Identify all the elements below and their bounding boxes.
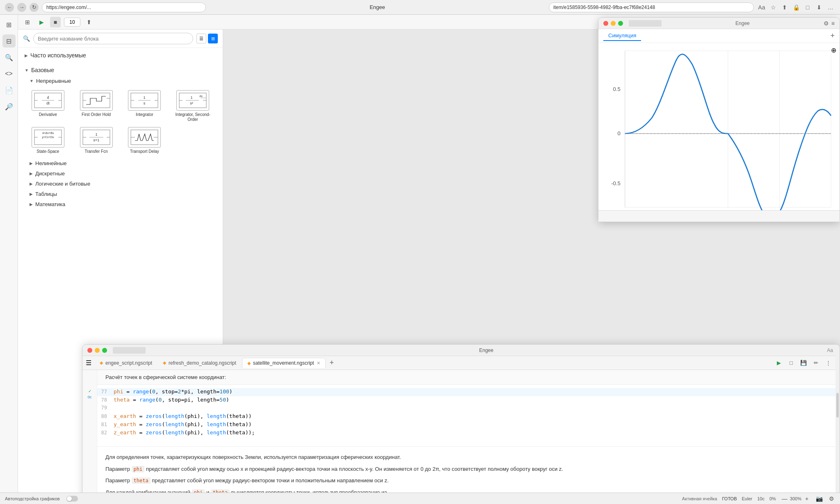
block-item-derivative[interactable]: d dt Derivative (26, 90, 70, 122)
export-button[interactable]: ⬆ (84, 17, 94, 27)
code-left-sidebar: ✓ 0c (82, 370, 97, 504)
subsection-header-nonlinear[interactable]: ▶ Нелинейные (18, 158, 223, 168)
code-font-size-icon[interactable]: Аа (827, 347, 833, 353)
code-title: Engee (148, 347, 824, 353)
sidebar-icon-zoom[interactable]: 🔎 (2, 100, 16, 113)
sim-minimize-button[interactable] (611, 21, 616, 26)
code-tab-label-3: satellite_movement.ngscript (253, 360, 314, 366)
simulation-window: Engee ⚙ ≡ Симуляция + ⊕ 0.5 0 -0.5 6 8 (598, 17, 840, 222)
block-item-firstorderhold[interactable]: First Order Hold (75, 90, 118, 122)
code-tab-placeholder (113, 347, 146, 354)
block-item-integrator[interactable]: 1 s Integrator (123, 90, 167, 122)
block-item-transferfcn[interactable]: 1 s+1 Transfer Fcn (75, 127, 118, 154)
url-bar-right[interactable] (549, 2, 754, 12)
screenshot-button[interactable]: 📷 (815, 495, 823, 502)
code-scrollbar[interactable] (835, 345, 840, 504)
code-stop-button[interactable]: □ (786, 358, 796, 368)
block-label-transferfcn: Transfer Fcn (84, 149, 107, 154)
code-maximize-button[interactable] (102, 348, 107, 353)
subsection-header-math[interactable]: ▶ Математика (18, 199, 223, 209)
block-item-integrator2[interactable]: 1 s² dx Integrator, Second-Order (171, 90, 215, 122)
svg-text:d: d (47, 95, 49, 100)
code-tab-engee-script[interactable]: ◆ engee_script.ngscript (95, 358, 157, 368)
code-tab-add-button[interactable]: + (326, 359, 338, 367)
extension-button[interactable]: 🔒 (792, 3, 801, 12)
autoadjust-toggle[interactable] (66, 496, 78, 502)
line-num-78: 78 (97, 397, 114, 403)
code-scrollbar-thumb[interactable] (836, 393, 839, 418)
reader-mode-button[interactable]: Аа (757, 3, 766, 12)
block-img-integrator2: 1 s² dx (176, 90, 209, 111)
nav-back-button[interactable]: ← (5, 3, 14, 12)
section-header-frequent[interactable]: ▶ Часто используемые (18, 50, 223, 61)
block-svg-integrator: 1 s (130, 92, 159, 109)
subsection-header-continuous[interactable]: ▼ Непрерывные (18, 76, 223, 86)
list-view-button[interactable]: ☰ (196, 34, 206, 43)
subsection-label-math: Математика (35, 201, 65, 207)
code-close-button[interactable] (87, 348, 92, 353)
settings-button[interactable]: ⚙ (828, 495, 835, 502)
nav-forward-button[interactable]: → (17, 3, 26, 12)
sim-zoom-button[interactable]: ⊕ (831, 46, 836, 54)
subsection-header-tables[interactable]: ▶ Таблицы (18, 189, 223, 199)
code-tab-refresh-demo[interactable]: ◆ refresh_demo_catalog.ngscript (158, 358, 241, 368)
code-save-button[interactable]: 💾 (799, 358, 808, 368)
zoom-in-button[interactable]: + (803, 495, 810, 502)
sim-title: Engee (664, 20, 821, 26)
code-tab-close-button[interactable]: ✕ (317, 361, 320, 366)
sidebar-icon-search[interactable]: 🔍 (2, 51, 16, 64)
nav-refresh-button[interactable]: ↻ (30, 3, 39, 12)
more-button[interactable]: … (826, 3, 835, 12)
code-main-area: Расчёт точек в сферической системе коорд… (97, 370, 840, 504)
sim-tab-add-button[interactable]: + (830, 32, 835, 40)
subsection-arrow-math: ▶ (30, 202, 33, 207)
code-tab-icon-3: ◆ (247, 361, 251, 366)
sidebar-button[interactable]: □ (803, 3, 812, 12)
zoom-out-button[interactable]: — (781, 495, 788, 502)
subsection-header-discrete[interactable]: ▶ Дискретные (18, 168, 223, 179)
code-editor-lines[interactable]: 77 phi = range(0, stop=2*pi, length=100)… (97, 385, 840, 446)
code-pencil-button[interactable]: ✏ (811, 358, 821, 368)
sidebar-icon-blocks[interactable]: ⊟ (2, 34, 16, 48)
block-item-transportdelay[interactable]: Transport Delay (123, 127, 167, 154)
sidebar-icon-docs[interactable]: 📄 (2, 84, 16, 97)
sim-maximize-button[interactable] (618, 21, 623, 26)
block-img-derivative: d dt (32, 90, 64, 111)
code-body: ✓ 0c Расчёт точек в сферической системе … (82, 370, 840, 504)
line-num-77: 77 (97, 389, 114, 395)
stop-button[interactable]: ■ (50, 17, 61, 27)
subsection-header-logical[interactable]: ▶ Логические и битовые (18, 179, 223, 189)
share-button[interactable]: ⬆ (780, 3, 789, 12)
sim-close-button[interactable] (603, 21, 608, 26)
status-bar-right: Активная ячейка ГОТОВ Euler 10c 0% — 300… (682, 495, 835, 502)
code-minimize-button[interactable] (95, 348, 100, 353)
code-line-78: 78 theta = range(0, stop=pi, length=50) (97, 396, 840, 404)
url-bar-left[interactable] (42, 2, 206, 12)
code-tab-satellite[interactable]: ◆ satellite_movement.ngscript ✕ (242, 358, 326, 368)
code-titlebar: Engee Аа (82, 345, 840, 356)
line-num-81: 81 (97, 422, 114, 427)
sim-settings-icon[interactable]: ⚙ (824, 20, 829, 27)
code-run-button[interactable]: ▶ (774, 358, 784, 368)
block-label-transportdelay: Transport Delay (130, 149, 159, 154)
home-button[interactable]: ⊞ (22, 17, 33, 27)
code-menu-icon[interactable]: ☰ (86, 359, 94, 367)
section-header-basic[interactable]: ▼ Базовые (18, 64, 223, 76)
code-more-button[interactable]: ⋮ (823, 358, 833, 368)
block-item-statespace[interactable]: ẋ=Ax+Bu y=Cx+Du State-Space (26, 127, 70, 154)
library-search-input[interactable] (33, 33, 193, 44)
block-svg-integrator2: 1 s² dx (178, 92, 207, 109)
sim-sidebar-icon[interactable]: ≡ (831, 20, 835, 27)
sidebar-icon-code[interactable]: <> (2, 67, 16, 80)
bookmark-button[interactable]: ☆ (769, 3, 778, 12)
play-button[interactable]: ▶ (36, 17, 47, 27)
url-input-right[interactable] (553, 5, 749, 10)
download-button[interactable]: ⬇ (815, 3, 824, 12)
sim-time-input[interactable] (64, 18, 80, 27)
subsection-label-discrete: Дискретные (35, 170, 65, 177)
url-input-left[interactable] (46, 5, 201, 10)
section-label-basic: Базовые (31, 67, 54, 73)
grid-view-button[interactable]: ⊞ (208, 34, 218, 43)
sim-tab-simulation[interactable]: Симуляция (603, 31, 641, 41)
sidebar-icon-grid[interactable]: ⊞ (2, 18, 16, 31)
